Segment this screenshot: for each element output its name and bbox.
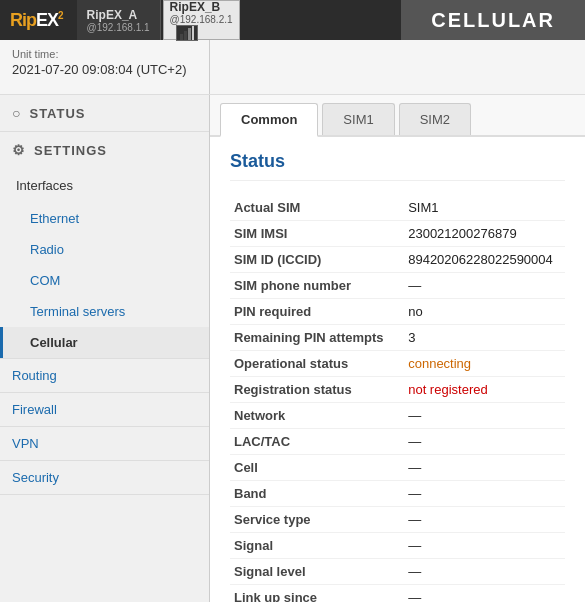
sidebar-cellular[interactable]: Cellular <box>0 327 209 358</box>
row-label: LAC/TAC <box>230 429 404 455</box>
ripex-logo: RipEX2 <box>10 10 63 31</box>
device-b-ip: @192.168.2.1 <box>170 14 233 25</box>
row-label: Band <box>230 481 404 507</box>
main-area: ○ STATUS ⚙ SETTINGS Interfaces Ethernet … <box>0 95 585 602</box>
device-tab-b[interactable]: RipEX_B @192.168.2.1 <box>163 0 240 40</box>
row-label: Signal level <box>230 559 404 585</box>
row-value: — <box>404 403 565 429</box>
table-row: SIM IMSI230021200276879 <box>230 221 565 247</box>
unit-time-label: Unit time: <box>12 48 197 60</box>
top-bar: RipEX2 RipEX_A @192.168.1.1 RipEX_B @192… <box>0 0 585 40</box>
table-row: PIN requiredno <box>230 299 565 325</box>
sidebar-interfaces[interactable]: Interfaces <box>0 168 209 203</box>
table-row: LAC/TAC— <box>230 429 565 455</box>
row-value: — <box>404 455 565 481</box>
row-label: SIM ID (ICCID) <box>230 247 404 273</box>
device-b-name: RipEX_B <box>170 0 233 14</box>
table-row: Remaining PIN attempts3 <box>230 325 565 351</box>
row-value: — <box>404 507 565 533</box>
tab-sim2[interactable]: SIM2 <box>399 103 471 135</box>
gear-icon: ⚙ <box>12 142 26 158</box>
row-value: connecting <box>404 351 565 377</box>
row-label: Service type <box>230 507 404 533</box>
table-row: Signal level— <box>230 559 565 585</box>
signal-icon <box>176 25 198 41</box>
table-row: Network— <box>230 403 565 429</box>
sidebar-terminal-servers[interactable]: Terminal servers <box>0 296 209 327</box>
row-value: — <box>404 429 565 455</box>
status-content: Status Actual SIMSIM1SIM IMSI23002120027… <box>210 137 585 602</box>
svg-rect-0 <box>180 34 183 40</box>
unit-time-value: 2021-07-20 09:08:04 (UTC+2) <box>12 62 197 77</box>
row-value: — <box>404 273 565 299</box>
table-row: Actual SIMSIM1 <box>230 195 565 221</box>
cellular-header: CELLULAR <box>401 0 585 40</box>
status-circle-icon: ○ <box>12 105 21 121</box>
sidebar-vpn[interactable]: VPN <box>0 427 209 461</box>
table-row: Service type— <box>230 507 565 533</box>
row-label: SIM IMSI <box>230 221 404 247</box>
row-label: Registration status <box>230 377 404 403</box>
sidebar-routing[interactable]: Routing <box>0 359 209 393</box>
row-value: 230021200276879 <box>404 221 565 247</box>
row-value: — <box>404 559 565 585</box>
sidebar-com[interactable]: COM <box>0 265 209 296</box>
row-value: — <box>404 481 565 507</box>
table-row: Registration statusnot registered <box>230 377 565 403</box>
table-row: Cell— <box>230 455 565 481</box>
row-label: PIN required <box>230 299 404 325</box>
row-label: SIM phone number <box>230 273 404 299</box>
row-value: — <box>404 585 565 603</box>
row-label: Link up since <box>230 585 404 603</box>
row-label: Operational status <box>230 351 404 377</box>
row-value: no <box>404 299 565 325</box>
sidebar-ethernet[interactable]: Ethernet <box>0 203 209 234</box>
device-a-ip: @192.168.1.1 <box>87 22 150 33</box>
row-value: not registered <box>404 377 565 403</box>
sidebar-firewall[interactable]: Firewall <box>0 393 209 427</box>
svg-rect-3 <box>192 26 194 40</box>
table-row: Link up since— <box>230 585 565 603</box>
row-label: Remaining PIN attempts <box>230 325 404 351</box>
unit-time-section: Unit time: 2021-07-20 09:08:04 (UTC+2) <box>0 40 210 94</box>
row-label: Cell <box>230 455 404 481</box>
sidebar-radio[interactable]: Radio <box>0 234 209 265</box>
device-a-name: RipEX_A <box>87 8 150 22</box>
row-value: SIM1 <box>404 195 565 221</box>
tab-sim1[interactable]: SIM1 <box>322 103 394 135</box>
sidebar: ○ STATUS ⚙ SETTINGS Interfaces Ethernet … <box>0 95 210 602</box>
logo-area: RipEX2 <box>0 0 73 40</box>
row-value: 89420206228022590004 <box>404 247 565 273</box>
row-value: — <box>404 533 565 559</box>
row-label: Network <box>230 403 404 429</box>
sidebar-section-settings: ⚙ SETTINGS Interfaces Ethernet Radio COM… <box>0 132 209 359</box>
tab-common[interactable]: Common <box>220 103 318 137</box>
sidebar-section-status: ○ STATUS <box>0 95 209 132</box>
svg-rect-1 <box>184 31 187 40</box>
table-row: SIM ID (ICCID)89420206228022590004 <box>230 247 565 273</box>
unit-time-bar: Unit time: 2021-07-20 09:08:04 (UTC+2) <box>0 40 585 95</box>
svg-rect-2 <box>188 28 191 40</box>
sidebar-status[interactable]: ○ STATUS <box>0 95 209 131</box>
content-panel: Common SIM1 SIM2 Status Actual SIMSIM1SI… <box>210 95 585 602</box>
row-label: Actual SIM <box>230 195 404 221</box>
table-row: SIM phone number— <box>230 273 565 299</box>
sidebar-settings[interactable]: ⚙ SETTINGS <box>0 132 209 168</box>
status-table: Actual SIMSIM1SIM IMSI230021200276879SIM… <box>230 195 565 602</box>
table-row: Operational statusconnecting <box>230 351 565 377</box>
row-value: 3 <box>404 325 565 351</box>
tabs-row: Common SIM1 SIM2 <box>210 95 585 137</box>
status-title: Status <box>230 151 565 181</box>
row-label: Signal <box>230 533 404 559</box>
device-tab-a[interactable]: RipEX_A @192.168.1.1 <box>77 0 161 40</box>
table-row: Signal— <box>230 533 565 559</box>
sidebar-security[interactable]: Security <box>0 461 209 495</box>
table-row: Band— <box>230 481 565 507</box>
